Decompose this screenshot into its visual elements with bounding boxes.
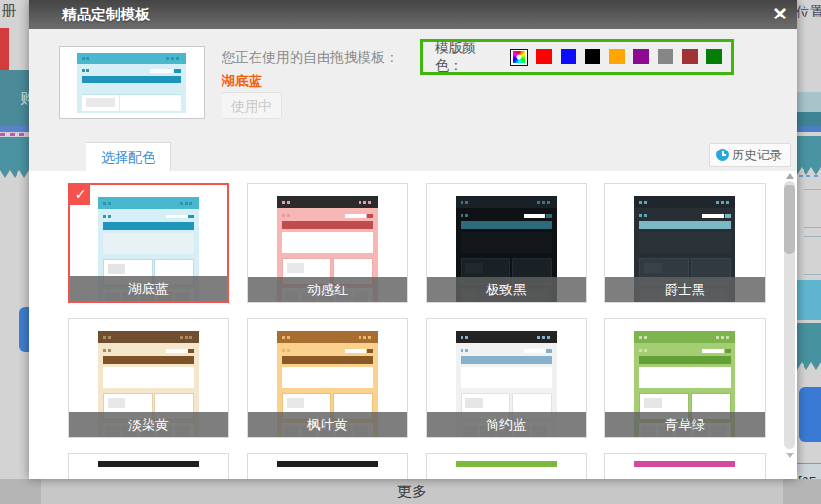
template-thumbnail: [456, 461, 557, 467]
bg-zigzag-left: [0, 137, 29, 178]
clock-icon: [716, 149, 729, 161]
template-card-partial[interactable]: [68, 453, 229, 479]
template-name: 淡染黄: [69, 412, 228, 437]
template-name: 湖底蓝: [70, 276, 227, 301]
dialog-title: 精品定制模板: [62, 0, 150, 29]
preview-topbar: [77, 53, 186, 64]
template-card-partial[interactable]: [426, 453, 587, 479]
bg-dashed-line-left: [0, 133, 29, 136]
history-button-label: 历史记录: [732, 147, 782, 164]
in-use-button[interactable]: 使用中: [222, 92, 282, 119]
current-template-name: 湖底蓝: [222, 73, 262, 90]
color-swatch-blue[interactable]: [561, 49, 576, 64]
color-swatch-orange[interactable]: [609, 49, 625, 64]
template-name: 爵士黑: [605, 277, 765, 302]
screen: 册 购 位置 [05- 更多 精品定制模板 ×: [0, 0, 821, 504]
current-template-preview: [59, 46, 205, 119]
bg-cyan-band-right: [797, 280, 821, 320]
bg-teal-band-right: [797, 112, 821, 126]
template-name: 青草绿: [605, 412, 765, 437]
template-card[interactable]: 动感红: [247, 183, 408, 303]
template-card[interactable]: 枫叶黄: [247, 318, 408, 438]
template-dialog: 精品定制模板 × 您正在使用的自由拖拽模板： 湖底蓝 使用中 模版颜色： 选择配…: [29, 0, 797, 479]
scroll-up-icon[interactable]: [786, 173, 794, 179]
bg-blue-strip-left: [0, 126, 29, 132]
bg-blue-button-left: [19, 307, 29, 352]
bg-zigzag-right-2: [797, 323, 821, 370]
color-swatch-green[interactable]: [706, 49, 722, 64]
bg-light-band-right: [797, 92, 821, 112]
template-thumbnail: [634, 461, 735, 467]
template-name: 简约蓝: [427, 412, 586, 437]
template-color-swatches: [510, 49, 731, 66]
bg-dashed-blue-right: [799, 175, 821, 177]
template-card-partial[interactable]: [604, 453, 766, 479]
template-thumbnail: [98, 461, 199, 467]
more-button: 更多: [41, 479, 783, 504]
bg-blue-strip-right: [797, 126, 821, 132]
bg-topbar-text: 册: [1, 2, 16, 20]
template-card[interactable]: 极致黑: [426, 183, 587, 303]
bg-teal-band-left: 购: [0, 70, 29, 126]
tab-select-colors[interactable]: 选择配色: [86, 142, 171, 171]
template-card[interactable]: 简约蓝: [426, 318, 587, 438]
template-colors-box: 模版颜色：: [420, 39, 734, 75]
template-colors-label: 模版颜色：: [435, 40, 502, 75]
dialog-header: 精品定制模板 ×: [29, 0, 797, 29]
color-swatch-purple[interactable]: [633, 49, 649, 64]
bg-outline-box-2: [804, 236, 821, 275]
template-card[interactable]: 淡染黄: [68, 318, 229, 438]
current-template-label: 您正在使用的自由拖拽模板：: [222, 50, 398, 67]
template-name: 极致黑: [427, 277, 586, 302]
selected-check-icon: ✓: [70, 185, 90, 205]
scroll-down-icon[interactable]: [786, 453, 794, 458]
bg-red-bar: [0, 28, 9, 70]
template-card[interactable]: 青草绿: [604, 318, 766, 438]
preview-body: [77, 64, 186, 113]
color-swatch-multicolor[interactable]: [510, 49, 528, 66]
color-swatch-gray[interactable]: [658, 49, 673, 64]
bg-outline-box-1: [804, 189, 821, 228]
template-card-partial[interactable]: [247, 453, 408, 479]
scrollbar-thumb[interactable]: [784, 185, 795, 254]
history-button[interactable]: 历史记录: [709, 143, 791, 167]
color-swatch-black[interactable]: [585, 49, 600, 64]
template-card[interactable]: 爵士黑: [604, 183, 766, 303]
template-thumbnail: [277, 461, 378, 467]
bg-topbar-text-right: 位置: [796, 3, 821, 21]
template-card[interactable]: ✓ 湖底蓝: [68, 183, 229, 303]
color-swatch-red[interactable]: [536, 49, 552, 64]
template-name: 动感红: [248, 277, 407, 302]
bg-blue-button-right: [799, 387, 821, 442]
close-icon[interactable]: ×: [766, 0, 795, 29]
bg-band-glyph: 购: [20, 89, 29, 108]
template-grid: ✓ 湖底蓝 动感红: [68, 183, 768, 479]
bg-zigzag-right-1: [797, 136, 821, 175]
color-swatch-dark-red[interactable]: [682, 49, 698, 64]
preview-thumbnail: [77, 53, 186, 110]
template-name: 枫叶黄: [248, 412, 407, 437]
